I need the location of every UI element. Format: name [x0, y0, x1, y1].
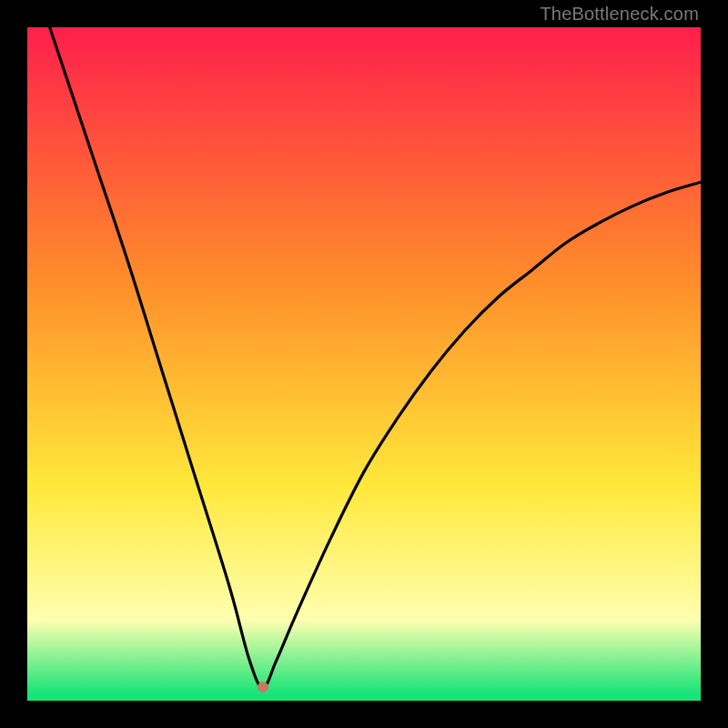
- watermark-text: TheBottleneck.com: [540, 4, 699, 25]
- chart-frame: TheBottleneck.com: [0, 0, 728, 728]
- plot-area: [27, 27, 701, 701]
- bottleneck-curve: [27, 27, 701, 701]
- optimal-point-dot: [258, 682, 268, 693]
